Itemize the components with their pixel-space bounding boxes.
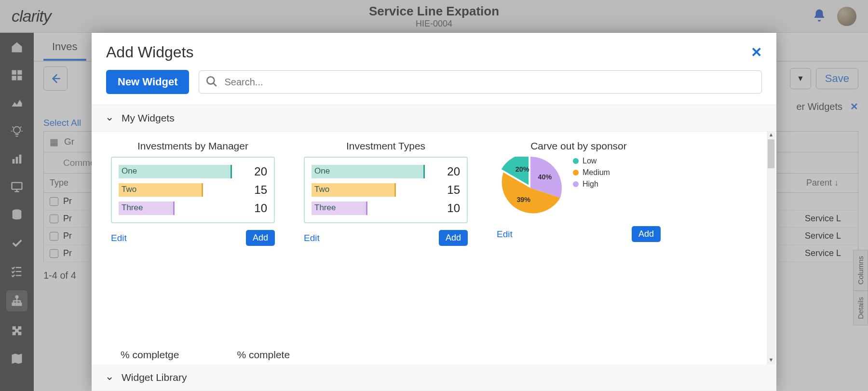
section-label: Widget Library <box>122 372 187 383</box>
edit-link[interactable]: Edit <box>304 233 320 243</box>
widget-card-investments-by-manager: Investments by Manager One 20 Two 15 Thr… <box>111 140 275 246</box>
bar-chart: One 20 Two 15 Three 10 <box>111 157 275 223</box>
bar-label: Two <box>122 185 136 194</box>
widget-library-section-header[interactable]: ⌄ Widget Library <box>92 364 776 391</box>
widget-title: Investments by Manager <box>111 140 275 152</box>
add-widget-button[interactable]: Add <box>246 230 275 246</box>
add-widgets-modal: Add Widgets ✕ New Widget ⌄ My Widgets In… <box>92 33 776 391</box>
chevron-down-icon: ⌄ <box>105 370 114 383</box>
widget-title-percent-completge: % completge <box>121 349 179 361</box>
legend-label: Medium <box>583 168 610 177</box>
pie-chart: 20% 40% 39% <box>497 157 564 219</box>
widget-title: Carve out by sponsor <box>497 140 661 152</box>
edit-link[interactable]: Edit <box>111 233 127 243</box>
bar-value: 10 <box>436 202 460 215</box>
bar-label: Three <box>314 203 336 213</box>
add-widget-button[interactable]: Add <box>439 230 468 246</box>
new-widget-button[interactable]: New Widget <box>106 70 189 94</box>
widget-card-carve-out-by-sponsor: Carve out by sponsor 20% <box>497 140 661 246</box>
bar-label: One <box>122 166 137 176</box>
chevron-down-icon: ⌄ <box>105 111 114 123</box>
widget-title: Investment Types <box>304 140 468 152</box>
bar-value: 10 <box>243 202 267 215</box>
legend-label: Low <box>583 157 597 165</box>
widget-card-investment-types: Investment Types One 20 Two 15 Three 10 <box>304 140 468 246</box>
bar-value: 15 <box>243 183 267 197</box>
bar-value: 20 <box>243 165 267 178</box>
edit-link[interactable]: Edit <box>497 229 513 240</box>
search-input[interactable] <box>199 70 762 94</box>
svg-text:40%: 40% <box>538 173 552 181</box>
modal-close-icon[interactable]: ✕ <box>751 44 762 60</box>
bar-label: Three <box>122 203 143 213</box>
svg-point-14 <box>207 77 215 84</box>
scrollbar[interactable]: ▲ ▼ <box>767 132 775 364</box>
svg-text:39%: 39% <box>516 196 530 203</box>
bar-label: Two <box>314 185 329 194</box>
pie-legend: Low Medium High <box>573 157 610 191</box>
bar-value: 15 <box>436 183 460 197</box>
modal-title: Add Widgets <box>106 43 193 61</box>
widget-title-percent-complete: % complete <box>237 349 290 361</box>
svg-text:20%: 20% <box>515 165 529 173</box>
search-icon <box>205 75 218 91</box>
section-label: My Widgets <box>122 112 175 124</box>
add-widget-button[interactable]: Add <box>632 226 661 242</box>
bar-chart: One 20 Two 15 Three 10 <box>304 157 468 223</box>
legend-label: High <box>583 180 598 189</box>
my-widgets-section-header[interactable]: ⌄ My Widgets <box>92 105 776 132</box>
bar-label: One <box>314 166 330 176</box>
bar-value: 20 <box>436 165 460 178</box>
